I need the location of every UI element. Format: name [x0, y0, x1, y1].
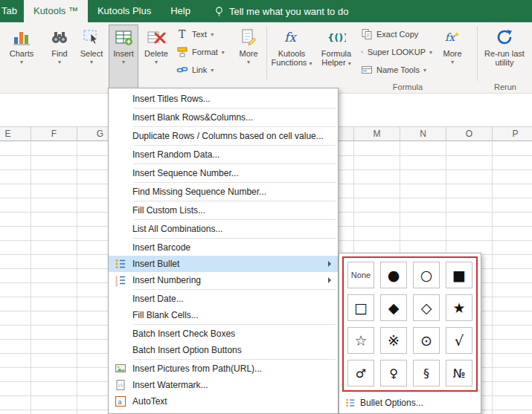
- menu-item-find-missing-sequence-number[interactable]: Find Missing Sequence Number...: [109, 184, 338, 200]
- menu-item-batch-insert-check-boxes[interactable]: Batch Insert Check Boxes: [109, 326, 338, 342]
- tab-help[interactable]: Help: [161, 0, 200, 22]
- more-formula-button[interactable]: fx More ▾: [438, 25, 467, 80]
- bullet-option-open-star[interactable]: ☆: [347, 327, 374, 354]
- tab-kutools[interactable]: Kutools ™: [24, 0, 88, 22]
- charts-label: Charts: [10, 49, 33, 58]
- format-button[interactable]: Format ▾: [174, 44, 232, 60]
- super-lookup-button[interactable]: Super LOOKUP ▾: [359, 44, 435, 60]
- bullet-options-item[interactable]: Bullet Options...: [339, 395, 481, 410]
- chevron-down-icon: ▾: [211, 31, 214, 38]
- rerun-label: Re-run last utility: [481, 49, 528, 67]
- bullet-option-female-sign[interactable]: ♀: [380, 360, 407, 386]
- menu-item-label: List All Combinations...: [132, 224, 222, 234]
- tab-kutools-plus[interactable]: Kutools Plus: [88, 0, 161, 22]
- group-label-formula: Formula: [339, 83, 477, 91]
- tab-partial[interactable]: Tab: [0, 0, 24, 22]
- bullet-option-none[interactable]: None: [347, 262, 374, 288]
- chevron-down-icon: ▾: [423, 67, 426, 74]
- menu-item-insert-titles-rows[interactable]: Insert Titles Rows...: [109, 91, 338, 107]
- menu-item-insert-blank-rows-columns[interactable]: Insert Blank Rows&Columns...: [109, 109, 338, 126]
- bullet-option-open-square[interactable]: □: [347, 294, 374, 321]
- menu-separator: [133, 164, 336, 164]
- menu-item-duplicate-rows-columns-based-on-cell-value[interactable]: Duplicate Rows / Columns based on cell v…: [109, 128, 338, 144]
- column-header-f[interactable]: F: [31, 127, 77, 140]
- chevron-down-icon: ▾: [309, 60, 312, 67]
- formula-helper-icon: {()}: [327, 28, 346, 47]
- bullet-option-filled-diamond[interactable]: ◆: [380, 294, 407, 321]
- menu-item-label: Insert Bullet: [132, 259, 179, 269]
- menu-item-insert-bullet[interactable]: Insert Bullet: [109, 256, 338, 272]
- menu-item-label: Insert Titles Rows...: [132, 94, 211, 104]
- formula-helper-button[interactable]: {()} Formula Helper ▾: [315, 25, 357, 80]
- text-button[interactable]: T Text ▾: [174, 26, 232, 42]
- bullet-option-filled-star[interactable]: ★: [446, 294, 472, 321]
- menu-item-insert-pictures-from-path-url[interactable]: Insert Pictures from Path(URL)...: [109, 360, 338, 377]
- menu-item-list-all-combinations[interactable]: List All Combinations...: [109, 221, 338, 237]
- find-button[interactable]: Find ▾: [45, 25, 74, 80]
- chevron-down-icon: ▾: [20, 59, 23, 65]
- menu-item-insert-random-data[interactable]: Insert Random Data...: [109, 146, 338, 163]
- menu-item-insert-sequence-number[interactable]: Insert Sequence Number...: [109, 165, 338, 181]
- column-header-o[interactable]: O: [446, 127, 493, 140]
- menu-item-fill-blank-cells[interactable]: Fill Blank Cells...: [109, 307, 338, 323]
- bullet-option-male-sign[interactable]: ♂: [347, 360, 374, 386]
- exact-copy-button[interactable]: Exact Copy: [359, 26, 435, 42]
- bullet-option-filled-circle[interactable]: ●: [380, 262, 407, 288]
- chevron-down-icon: ▾: [58, 59, 61, 65]
- menu-item-fill-custom-lists[interactable]: Fill Custom Lists...: [109, 202, 338, 219]
- group-label-rerun: Rerun: [479, 83, 531, 91]
- kutools-functions-button[interactable]: fx Kutools Functions ▾: [269, 25, 314, 80]
- column-header-m[interactable]: M: [354, 127, 400, 140]
- bullet-option-section-sign[interactable]: §: [413, 360, 440, 386]
- bullet-option-open-diamond[interactable]: ◇: [413, 294, 440, 321]
- text-label: Text: [192, 30, 207, 39]
- bullet-option-filled-square[interactable]: ■: [446, 262, 472, 288]
- bullet-options-label: Bullet Options...: [360, 398, 423, 408]
- column-header-n[interactable]: N: [400, 127, 446, 140]
- insert-icon: [114, 28, 133, 47]
- column-header-p[interactable]: P: [493, 127, 532, 140]
- rerun-last-utility-button[interactable]: Re-run last utility: [481, 25, 528, 80]
- menu-item-insert-date[interactable]: Insert Date...: [109, 291, 338, 307]
- svg-text:fx: fx: [445, 31, 456, 43]
- menu-item-autotext[interactable]: aAutoText: [109, 393, 338, 410]
- menu-item-insert-barcode[interactable]: Insert Barcode: [109, 239, 338, 256]
- select-button[interactable]: Select ▾: [76, 25, 107, 80]
- menu-item-label: Insert Barcode: [132, 242, 190, 253]
- link-button[interactable]: Link ▾: [174, 62, 232, 78]
- red-annotation-box: None●○■□◆◇★☆※⊙√♂♀§№: [342, 256, 478, 392]
- select-icon: [82, 28, 101, 47]
- name-tools-button[interactable]: Name Tools ▾: [359, 62, 435, 78]
- bullet-list-icon: [109, 258, 132, 270]
- more-editing-label: More: [239, 49, 257, 58]
- bullet-option-reference-mark[interactable]: ※: [380, 327, 407, 354]
- menu-item-label: Insert Random Data...: [132, 149, 219, 160]
- menu-item-batch-insert-option-buttons[interactable]: Batch Insert Option Buttons: [109, 342, 338, 358]
- fx-functions-icon: fx: [282, 28, 301, 47]
- formula-helper-label: Formula Helper ▾: [316, 49, 356, 68]
- column-header-e[interactable]: E: [0, 127, 31, 140]
- charts-button[interactable]: Charts ▾: [3, 25, 40, 80]
- bullet-option-open-circle[interactable]: ○: [413, 262, 440, 288]
- delete-icon: [147, 28, 166, 47]
- menu-separator: [133, 108, 336, 109]
- picture-icon: [109, 363, 132, 375]
- menu-item-insert-watermark[interactable]: WInsert Watermark...: [109, 377, 338, 393]
- menu-separator: [133, 219, 336, 220]
- bullet-options-icon: [345, 398, 356, 408]
- menu-item-label: Insert Date...: [132, 294, 184, 304]
- svg-text:a: a: [118, 398, 122, 406]
- bullet-option-radical[interactable]: √: [446, 327, 472, 354]
- tell-me-box[interactable]: Tell me what you want to do: [214, 0, 348, 22]
- watermark-icon: W: [109, 379, 132, 391]
- more-editing-button[interactable]: More ▾: [234, 25, 263, 80]
- menu-item-label: Fill Custom Lists...: [132, 205, 205, 216]
- bullet-option-numero-sign[interactable]: №: [446, 360, 472, 386]
- menu-separator: [133, 145, 336, 146]
- delete-button[interactable]: Delete ▾: [140, 25, 173, 80]
- insert-button[interactable]: Insert ▾: [109, 25, 138, 88]
- more-icon: [239, 28, 258, 47]
- menu-item-label: Insert Numbering: [132, 275, 201, 285]
- menu-item-insert-numbering[interactable]: 123Insert Numbering: [109, 272, 338, 288]
- bullet-option-circled-dot[interactable]: ⊙: [413, 327, 440, 354]
